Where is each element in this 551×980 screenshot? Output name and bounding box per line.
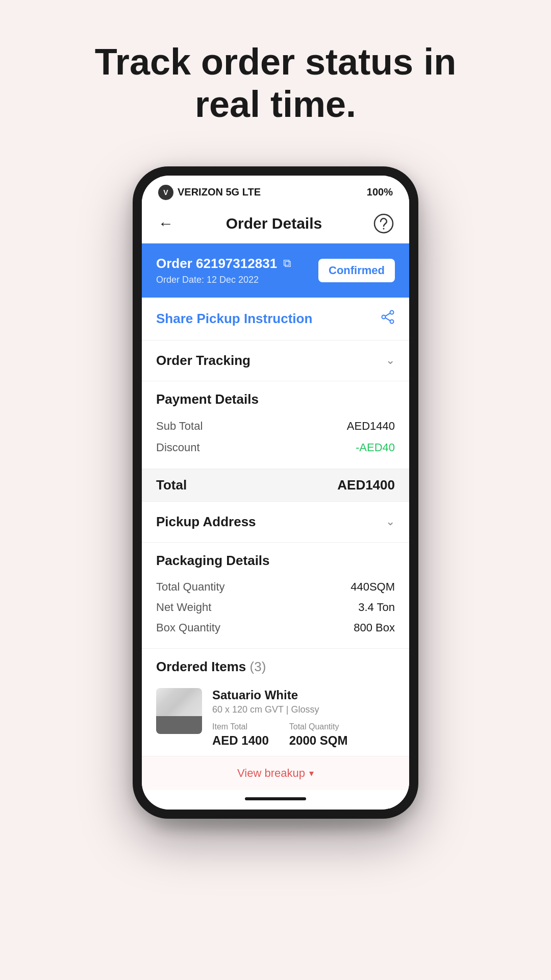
order-tracking-label: Order Tracking xyxy=(156,353,251,369)
nav-bar: ← Order Details xyxy=(142,204,409,243)
phone-screen: V VERIZON 5G LTE 100% ← Order Details xyxy=(142,176,409,810)
box-label: Box Quantity xyxy=(156,621,220,634)
total-qty-value: 2000 SQM xyxy=(289,733,348,748)
ordered-items-header: Ordered Items (3) xyxy=(142,649,409,680)
pickup-address-row[interactable]: Pickup Address ⌄ xyxy=(142,502,409,543)
marble-bottom xyxy=(156,716,202,734)
qty-row: Total Quantity 440SQM xyxy=(156,577,395,597)
svg-point-1 xyxy=(383,228,384,229)
phone-shadow xyxy=(153,819,398,831)
total-row: Total AED1400 xyxy=(142,469,409,502)
carrier-logo: V xyxy=(158,185,173,200)
carrier-name: VERIZON 5G LTE xyxy=(178,186,261,198)
subtotal-row: Sub Total AED1440 xyxy=(156,415,395,437)
item-spec: 60 x 120 cm GVT | Glossy xyxy=(212,704,395,715)
box-row: Box Quantity 800 Box xyxy=(156,618,395,638)
total-qty-block: Total Quantity 2000 SQM xyxy=(289,722,348,748)
view-breakup-row[interactable]: View breakup ▾ xyxy=(142,756,409,790)
home-indicator xyxy=(142,790,409,810)
screen-title: Order Details xyxy=(226,215,322,232)
item-price-row: Item Total AED 1400 Total Quantity 2000 … xyxy=(212,722,395,748)
item-image xyxy=(156,688,202,734)
discount-value: -AED40 xyxy=(356,441,395,454)
share-pickup-label: Share Pickup Instruction xyxy=(156,311,312,327)
svg-point-3 xyxy=(382,315,386,318)
payment-section: Payment Details Sub Total AED1440 Discou… xyxy=(142,381,409,469)
marble-top xyxy=(156,688,202,716)
support-button[interactable] xyxy=(372,212,395,235)
order-number-row: Order 62197312831 ⧉ xyxy=(156,256,291,272)
phone-mockup: V VERIZON 5G LTE 100% ← Order Details xyxy=(133,166,418,831)
weight-value: 3.4 Ton xyxy=(358,601,395,614)
svg-point-2 xyxy=(390,310,394,314)
view-breakup-label: View breakup xyxy=(237,767,305,780)
weight-row: Net Weight 3.4 Ton xyxy=(156,597,395,618)
total-label: Total xyxy=(156,477,187,493)
back-button[interactable]: ← xyxy=(156,213,176,234)
discount-label: Discount xyxy=(156,441,200,454)
status-bar: V VERIZON 5G LTE 100% xyxy=(142,176,409,204)
pickup-address-label: Pickup Address xyxy=(156,514,256,530)
svg-line-5 xyxy=(385,313,390,316)
phone-frame: V VERIZON 5G LTE 100% ← Order Details xyxy=(133,166,418,819)
order-info: Order 62197312831 ⧉ Order Date: 12 Dec 2… xyxy=(156,256,291,285)
weight-label: Net Weight xyxy=(156,601,211,614)
subtotal-value: AED1440 xyxy=(347,420,395,433)
svg-point-4 xyxy=(390,320,394,323)
order-tracking-chevron: ⌄ xyxy=(386,354,395,367)
item-card: Satuario White 60 x 120 cm GVT | Glossy … xyxy=(142,680,409,756)
box-value: 800 Box xyxy=(354,621,395,634)
item-name: Satuario White xyxy=(212,688,395,702)
share-icon xyxy=(381,310,395,328)
home-bar xyxy=(245,797,306,800)
item-details: Satuario White 60 x 120 cm GVT | Glossy … xyxy=(212,688,395,748)
item-total-block: Item Total AED 1400 xyxy=(212,722,269,748)
status-badge: Confirmed xyxy=(318,259,395,282)
share-pickup-row[interactable]: Share Pickup Instruction xyxy=(142,298,409,340)
view-breakup-chevron: ▾ xyxy=(309,768,314,779)
item-total-value: AED 1400 xyxy=(212,733,269,748)
total-qty-label: Total Quantity xyxy=(289,722,348,731)
packaging-title: Packaging Details xyxy=(156,553,395,569)
total-value: AED1400 xyxy=(337,477,395,493)
payment-title: Payment Details xyxy=(156,391,395,407)
order-banner: Order 62197312831 ⧉ Order Date: 12 Dec 2… xyxy=(142,243,409,298)
subtotal-label: Sub Total xyxy=(156,420,203,433)
order-tracking-row[interactable]: Order Tracking ⌄ xyxy=(142,340,409,381)
order-date: Order Date: 12 Dec 2022 xyxy=(156,275,291,285)
svg-point-0 xyxy=(374,214,393,233)
qty-value: 440SQM xyxy=(350,580,395,594)
item-total-label: Item Total xyxy=(212,722,269,731)
ordered-items-title: Ordered Items (3) xyxy=(156,659,266,674)
page-title: Track order status in real time. xyxy=(64,41,487,126)
order-number: Order 62197312831 xyxy=(156,256,277,272)
carrier-info: V VERIZON 5G LTE xyxy=(158,185,261,200)
copy-icon[interactable]: ⧉ xyxy=(283,257,291,270)
qty-label: Total Quantity xyxy=(156,580,225,594)
battery-level: 100% xyxy=(367,186,393,198)
svg-line-6 xyxy=(385,317,390,321)
pickup-address-chevron: ⌄ xyxy=(386,515,395,528)
discount-row: Discount -AED40 xyxy=(156,437,395,458)
packaging-section: Packaging Details Total Quantity 440SQM … xyxy=(142,543,409,649)
